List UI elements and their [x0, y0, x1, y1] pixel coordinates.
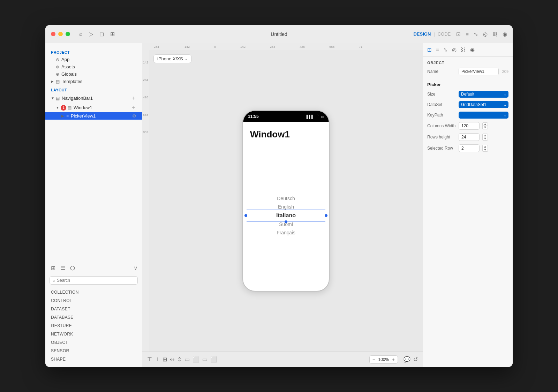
- window-plus[interactable]: ＋: [131, 104, 136, 111]
- category-database[interactable]: DATABASE: [45, 313, 142, 322]
- rp-eye-icon[interactable]: ◉: [470, 47, 475, 53]
- right-panel: ⊡ ≡ ⤡ ◎ ⛓ ◉ OBJECT Name 209: [423, 43, 513, 367]
- maximize-button[interactable]: [66, 32, 70, 36]
- columns-width-stepper: ▲ ▼: [482, 122, 488, 129]
- tree-item-navigationbar1[interactable]: ▼ ▤ NavigationBar1 ＋: [45, 93, 142, 103]
- ruler-left-mark: 852: [143, 130, 148, 134]
- align-top-icon[interactable]: ⊤: [147, 356, 152, 363]
- rp-target-icon[interactable]: ◎: [452, 47, 457, 53]
- picker-arrow: ▶: [61, 114, 66, 118]
- zoom-plus-button[interactable]: +: [392, 357, 395, 362]
- name-value: 209: [459, 68, 508, 75]
- assets-icon: ⊛: [56, 65, 59, 69]
- dataset-select[interactable]: GridDataSet1: [459, 101, 508, 108]
- comment-icon[interactable]: 💬: [404, 356, 410, 363]
- minimize-button[interactable]: [58, 32, 63, 36]
- log-icon[interactable]: ⊡: [456, 31, 461, 37]
- picker-gear-icon[interactable]: ⚙: [132, 113, 136, 119]
- align-bottom-icon[interactable]: ⊥: [155, 356, 160, 363]
- device-layout-1[interactable]: ▭: [184, 356, 190, 363]
- rows-height-input[interactable]: [459, 133, 480, 141]
- rp-list-icon[interactable]: ≡: [436, 47, 439, 53]
- ruler-mark: 426: [300, 45, 305, 48]
- selected-row-input[interactable]: [459, 144, 480, 152]
- device-selector[interactable]: iPhone X/XS ⌄: [153, 54, 191, 63]
- library-search-bar[interactable]: ⌕: [50, 276, 138, 285]
- grid-view-icon[interactable]: ⊞: [50, 264, 57, 272]
- tree-item-window1[interactable]: ▼ 1 ▤ Window1 ＋: [45, 103, 142, 112]
- device-layout-3[interactable]: ▭: [202, 356, 208, 363]
- category-network[interactable]: NETWORK: [45, 330, 142, 338]
- sidebar-item-assets[interactable]: ⊛ Assets: [45, 63, 142, 70]
- align-center-icon[interactable]: ⊞: [163, 356, 167, 363]
- navrow-plus[interactable]: ＋: [131, 95, 136, 102]
- list-view-icon[interactable]: ☰: [59, 264, 67, 272]
- category-shape[interactable]: SHAPE: [45, 355, 142, 363]
- picker-icon: ≡: [66, 114, 69, 119]
- bottom-toolbar: ⊞ ☰ ⬡ ∨: [45, 263, 142, 275]
- right-panel-toolbar: ⊡ ≡ ⤡ ◎ ⛓ ◉: [423, 43, 513, 56]
- sidebar-item-app[interactable]: ⊙ App: [45, 56, 142, 63]
- category-control[interactable]: CONTROL: [45, 296, 142, 305]
- columns-width-decrement[interactable]: ▼: [482, 126, 488, 129]
- sidebar-item-templates[interactable]: ▶ ▤ Templates: [45, 78, 142, 85]
- expand-icon[interactable]: ⤡: [474, 31, 478, 37]
- book-icon[interactable]: ⊞: [110, 31, 115, 37]
- refresh-icon[interactable]: ↺: [413, 356, 418, 363]
- play-icon[interactable]: ▷: [89, 31, 93, 37]
- device-layout-2[interactable]: ⬜: [193, 356, 199, 363]
- search-bar-icon: ⌕: [53, 278, 55, 283]
- rows-height-value: ▲ ▼: [459, 133, 508, 141]
- ruler-left-mark: 142: [143, 61, 148, 64]
- tab-code[interactable]: CODE: [438, 31, 451, 37]
- size-select[interactable]: Default: [459, 91, 508, 98]
- project-panel: PROJECT ⊙ App ⊛ Assets ⊕ Globals ▶: [45, 43, 142, 259]
- phone-icon[interactable]: ◻: [99, 31, 104, 37]
- rows-height-decrement[interactable]: ▼: [482, 137, 488, 141]
- device-dropdown-icon: ⌄: [185, 57, 188, 61]
- sidebar-item-globals[interactable]: ⊕ Globals: [45, 70, 142, 78]
- category-list: COLLECTION CONTROL DATASET DATABASE GEST…: [45, 287, 142, 363]
- columns-width-input[interactable]: [459, 122, 480, 130]
- ruler-left: 142 284 426 588 852: [142, 50, 149, 352]
- search-icon[interactable]: ⌕: [79, 31, 83, 37]
- phone-notch: [270, 111, 302, 119]
- link-icon[interactable]: ⛓: [492, 31, 498, 37]
- rp-link-icon[interactable]: ⛓: [461, 47, 466, 53]
- category-dataset[interactable]: DATASET: [45, 305, 142, 313]
- canvas-content: iPhone X/XS ⌄ 11:55 ▌▌▌ ⌒ ▭: [149, 50, 423, 352]
- window-title: Untitled: [271, 31, 287, 37]
- tab-design[interactable]: DESIGN: [413, 31, 431, 37]
- search-input[interactable]: [57, 278, 135, 283]
- rp-expand-icon[interactable]: ⤡: [443, 47, 448, 53]
- picker-item-english: English: [278, 204, 294, 210]
- log-panel-icon[interactable]: ⊡: [427, 47, 432, 53]
- category-object[interactable]: OBJECT: [45, 338, 142, 347]
- chevron-down-icon[interactable]: ∨: [134, 265, 138, 271]
- name-input[interactable]: [459, 68, 499, 75]
- picker-subsection-label: Picker: [427, 82, 508, 87]
- name-field-row: Name 209: [427, 68, 508, 75]
- selected-row-decrement[interactable]: ▼: [482, 148, 488, 152]
- ruler-mark: -142: [183, 45, 190, 48]
- device-layout-4[interactable]: ⬜: [210, 356, 217, 363]
- distribute-v-icon[interactable]: ⇕: [177, 356, 182, 363]
- zoom-minus-button[interactable]: −: [372, 357, 375, 362]
- dataset-value: GridDataSet1 ⌄: [459, 101, 508, 108]
- cube-icon[interactable]: ⬡: [69, 264, 76, 272]
- selected-row-label: Selected Row: [427, 146, 459, 151]
- ruler-mark: 71: [359, 45, 362, 48]
- category-collection[interactable]: COLLECTION: [45, 288, 142, 296]
- category-gesture[interactable]: GESTURE: [45, 322, 142, 330]
- list-icon[interactable]: ≡: [466, 31, 469, 37]
- target-icon[interactable]: ◎: [483, 31, 488, 37]
- size-select-wrapper: Default ⌄: [459, 91, 508, 98]
- keypath-select[interactable]: [459, 112, 508, 119]
- distribute-h-icon[interactable]: ⇔: [170, 356, 174, 363]
- close-button[interactable]: [51, 32, 55, 36]
- picker-container[interactable]: Deutsch English Italiano Suomi Français: [243, 147, 329, 284]
- tree-item-pickerview1[interactable]: ▶ ≡ PickerView1 ⚙: [45, 112, 142, 120]
- eye-icon[interactable]: ◉: [503, 31, 507, 37]
- device-name: iPhone X/XS: [157, 56, 183, 61]
- category-sensor[interactable]: SENSOR: [45, 347, 142, 355]
